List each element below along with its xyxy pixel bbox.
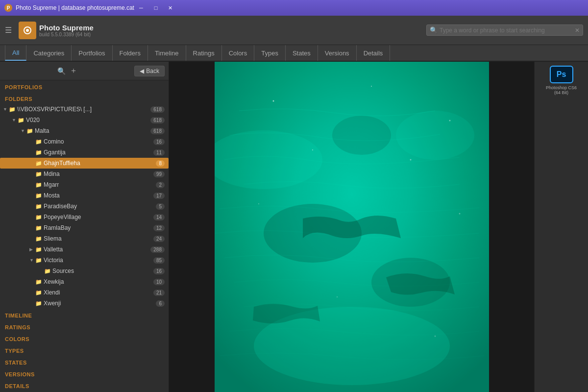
tab-colors[interactable]: Colors: [222, 45, 255, 61]
folder-icon-ggantija: 📁: [35, 149, 42, 156]
tab-timeline[interactable]: Timeline: [148, 45, 186, 61]
folder-label-sources: Sources: [52, 268, 153, 274]
details-section-header[interactable]: DETAILS: [0, 379, 169, 391]
tree-item-sources[interactable]: 📁Sources16: [0, 266, 169, 276]
tree-item-xwenji[interactable]: 📁Xwenji6: [0, 298, 169, 309]
tree-item-mgarr[interactable]: 📁Mgarr2: [0, 179, 169, 190]
app-name-label: Photo Supreme: [39, 24, 94, 32]
svg-point-21: [371, 86, 372, 87]
hamburger-menu-button[interactable]: ☰: [5, 25, 12, 35]
svg-point-20: [272, 100, 274, 102]
minimize-button[interactable]: ─: [134, 2, 148, 13]
tree-item-ghajntuffieha[interactable]: 📁GhajnTuffieha8: [0, 158, 169, 169]
tree-item-mosta[interactable]: 📁Mosta17: [0, 190, 169, 201]
svg-point-24: [410, 159, 411, 161]
tree-item-malta[interactable]: ▼📁Malta618: [0, 125, 169, 136]
titlebar: P Photo Supreme | database photosupreme.…: [0, 0, 588, 16]
search-bar[interactable]: 🔍 ✕: [426, 24, 583, 36]
folder-icon-xewkija: 📁: [35, 279, 42, 285]
folder-label-mosta: Mosta: [44, 192, 153, 199]
folder-label-mdina: Mdina: [44, 171, 153, 177]
folder-count-root: 618: [150, 106, 165, 113]
sidebar-search-button[interactable]: 🔍: [57, 67, 66, 75]
folder-icon-malta: 📁: [26, 128, 33, 134]
folder-label-valletta: Valletta: [44, 246, 150, 253]
folder-count-malta: 618: [150, 128, 165, 134]
tab-categories[interactable]: Categories: [26, 45, 72, 61]
photoshop-icon-block[interactable]: Ps Photoshop CS6 (64 Bit): [544, 66, 579, 95]
ocean-photo: [215, 62, 489, 392]
colors-section-header[interactable]: COLORS: [0, 332, 169, 344]
tree-item-sliema[interactable]: 📁Sliema24: [0, 233, 169, 244]
types-section-header[interactable]: TYPES: [0, 344, 169, 356]
svg-point-9: [396, 111, 474, 160]
tree-item-ggantija[interactable]: 📁Ggantija11: [0, 147, 169, 158]
back-button[interactable]: ◀ Back: [134, 66, 165, 76]
portfolios-section-header[interactable]: PORTFOLIOS: [0, 80, 169, 92]
sidebar-toolbar: 🔍 ＋ ◀ Back: [0, 62, 169, 80]
close-button[interactable]: ✕: [164, 2, 177, 13]
folder-icon-sliema: 📁: [35, 236, 42, 242]
tree-item-comino[interactable]: 📁Comino16: [0, 136, 169, 147]
ratings-section-header[interactable]: RATINGS: [0, 320, 169, 332]
folder-icon-ramlabay: 📁: [35, 225, 42, 231]
folder-count-mosta: 17: [153, 193, 165, 199]
tree-item-xlendi[interactable]: 📁Xlendi21: [0, 287, 169, 298]
versions-section-header[interactable]: VERSIONS: [0, 368, 169, 379]
tree-item-popeyevillage[interactable]: 📁PopeyeVillage14: [0, 212, 169, 222]
folder-label-comino: Comino: [44, 138, 153, 145]
sidebar: 🔍 ＋ ◀ Back PORTFOLIOS FOLDERS ▼📁\\VBOXSV…: [0, 62, 169, 392]
tree-item-root[interactable]: ▼📁\\VBOXSVR\PICTURES\ [...]618: [0, 104, 169, 115]
sidebar-add-button[interactable]: ＋: [70, 66, 77, 76]
folder-count-paradisebay: 5: [156, 203, 165, 210]
folder-count-ramlabay: 12: [153, 225, 165, 231]
tree-item-mdina[interactable]: 📁Mdina99: [0, 169, 169, 179]
folder-label-mgarr: Mgarr: [44, 181, 156, 188]
tab-versions[interactable]: Versions: [318, 45, 357, 61]
expand-icon-valletta: ▶: [29, 247, 34, 252]
tab-portfolios[interactable]: Portfolios: [72, 45, 112, 61]
search-input[interactable]: [440, 27, 575, 34]
tab-folders[interactable]: Folders: [113, 45, 148, 61]
folder-icon-comino: 📁: [35, 139, 42, 145]
tab-states[interactable]: States: [286, 45, 318, 61]
timeline-section-header[interactable]: TIMELINE: [0, 309, 169, 320]
app-name-block: Photo Supreme build 5.5.0.3389 (64 bit): [39, 24, 94, 37]
folder-label-sliema: Sliema: [44, 235, 153, 242]
tree-item-valletta[interactable]: ▶📁Valletta288: [0, 244, 169, 255]
folder-label-ramlabay: RamlaBay: [44, 224, 153, 231]
folder-icon-root: 📁: [9, 106, 16, 113]
states-section-header[interactable]: STATES: [0, 356, 169, 368]
folder-label-malta: Malta: [35, 127, 150, 134]
folder-label-ggantija: Ggantija: [44, 149, 153, 156]
folder-count-valletta: 288: [150, 246, 165, 253]
maximize-button[interactable]: □: [149, 2, 163, 13]
folder-icon-sources: 📁: [44, 268, 51, 274]
tree-item-ramlabay[interactable]: 📁RamlaBay12: [0, 222, 169, 233]
tree-item-v020[interactable]: ▼📁V020618: [0, 115, 169, 125]
tree-item-paradisebay[interactable]: 📁ParadiseBay5: [0, 201, 169, 212]
folder-icon-mdina: 📁: [35, 171, 42, 177]
tab-all[interactable]: All: [5, 45, 26, 61]
svg-point-22: [449, 120, 450, 122]
tab-ratings[interactable]: Ratings: [186, 45, 222, 61]
folder-icon-xlendi: 📁: [35, 290, 42, 296]
tree-item-victoria[interactable]: ▼📁Victoria85: [0, 255, 169, 266]
folder-icon-victoria: 📁: [35, 257, 42, 264]
folders-section-header[interactable]: FOLDERS: [0, 92, 169, 104]
tab-details[interactable]: Details: [357, 45, 391, 61]
folder-count-victoria: 85: [153, 257, 165, 264]
folder-tree: ▼📁\\VBOXSVR\PICTURES\ [...]618▼📁V020618▼…: [0, 104, 169, 309]
nav-tabs: AllCategoriesPortfoliosFoldersTimelineRa…: [0, 45, 588, 62]
toolbar: ☰ Photo Supreme build 5.5.0.3389 (64 bit…: [0, 16, 588, 45]
tab-types[interactable]: Types: [254, 45, 286, 61]
svg-point-26: [459, 213, 460, 215]
tree-item-xewkija[interactable]: 📁Xewkija10: [0, 276, 169, 287]
search-clear-icon[interactable]: ✕: [575, 27, 580, 34]
folder-count-popeyevillage: 14: [153, 214, 165, 220]
folder-count-sliema: 24: [153, 236, 165, 242]
folder-label-ghajntuffieha: GhajnTuffieha: [44, 160, 156, 167]
app-icon: P: [4, 3, 13, 12]
app-version-label: build 5.5.0.3389 (64 bit): [39, 32, 94, 37]
back-button-label: Back: [146, 68, 159, 74]
